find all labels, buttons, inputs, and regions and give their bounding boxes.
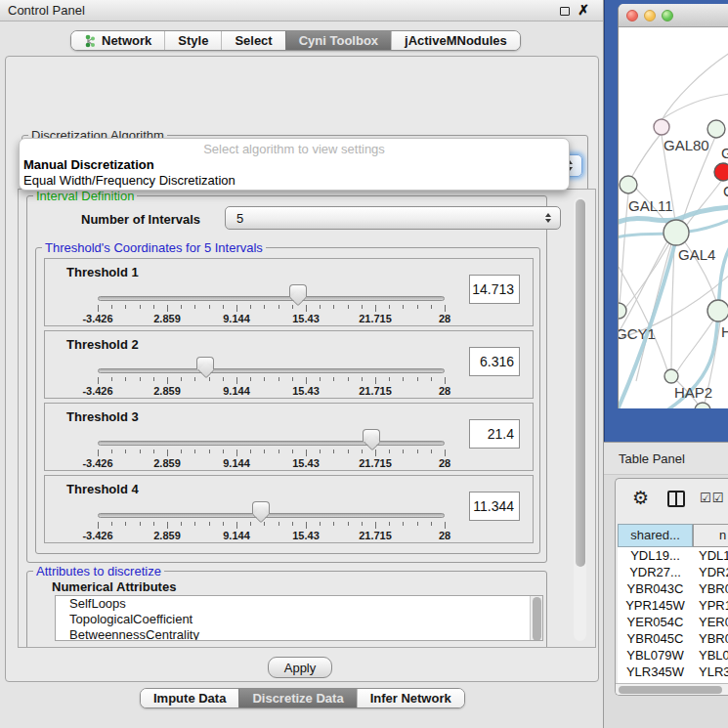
list-item[interactable]: SelfLoops (56, 596, 542, 612)
cell-shared-name[interactable]: YBR045C (618, 630, 693, 647)
tab-cyni-toolbox[interactable]: Cyni Toolbox (285, 31, 391, 50)
network-node[interactable] (654, 119, 669, 135)
tab-network[interactable]: Network (71, 31, 164, 50)
slider-thumb[interactable] (252, 501, 270, 514)
slider-tick-label: 2.859 (138, 530, 196, 541)
network-node[interactable] (620, 176, 637, 193)
cell-shared-name[interactable]: YPR145W (618, 597, 693, 614)
table-row[interactable]: YBL079WYBL0 (618, 647, 728, 664)
float-window-icon[interactable] (560, 7, 570, 16)
vertical-scrollbar[interactable] (574, 197, 586, 641)
select-all-checkboxes-icon[interactable]: ☑☑ (700, 491, 724, 505)
scrollbar-thumb[interactable] (576, 199, 585, 567)
zoom-light[interactable] (662, 10, 673, 21)
network-node-selected[interactable] (714, 163, 728, 181)
slider-tick (403, 522, 404, 526)
cell-shared-name[interactable]: YDL19... (618, 547, 693, 564)
cell-name[interactable]: YBR0 (693, 580, 728, 597)
cell-name[interactable]: YDL1 (693, 547, 728, 564)
close-light[interactable] (626, 10, 638, 21)
apply-button[interactable]: Apply (268, 657, 332, 678)
network-node[interactable] (619, 303, 626, 319)
numerical-attributes-list[interactable]: SelfLoopsTopologicalCoefficientBetweenne… (55, 595, 543, 641)
tab-style[interactable]: Style (164, 31, 221, 50)
menu-item-manual-discretization[interactable]: Manual Discretization (22, 157, 561, 173)
cell-shared-name[interactable]: YBR043C (618, 580, 693, 597)
num-intervals-label: Number of Intervals (81, 212, 200, 227)
threshold-value-field[interactable]: 11.344 (469, 492, 520, 521)
close-icon[interactable]: ✗ (578, 2, 589, 18)
cell-name[interactable]: YLR3 (693, 664, 728, 680)
slider-tick (375, 377, 376, 384)
cell-shared-name[interactable]: YBL079W (618, 647, 693, 664)
slider-tick-label: 2.859 (138, 385, 196, 397)
threshold-value-field[interactable]: 21.4 (469, 419, 520, 449)
slider-thumb[interactable] (363, 429, 380, 442)
cell-name[interactable]: YPR1 (693, 597, 728, 614)
slider-track[interactable] (98, 441, 445, 446)
menu-item-equal-width-frequency[interactable]: Equal Width/Frequency Discretization (22, 173, 561, 189)
scrollbar-thumb[interactable] (619, 686, 722, 694)
tab-select[interactable]: Select (221, 31, 284, 50)
network-canvas[interactable]: GAL80GGAL11CGAL4GCY1HHAP2 (619, 27, 728, 408)
columns-icon[interactable] (667, 491, 685, 507)
slider-tick (445, 305, 446, 312)
minimize-light[interactable] (644, 10, 656, 21)
table-row[interactable]: YBR043CYBR0 (618, 580, 728, 597)
slider-tick (236, 377, 237, 384)
tab-label: Select (235, 33, 272, 48)
num-intervals-combo[interactable]: 5 (225, 206, 561, 230)
slider-tick (320, 522, 321, 526)
column-header-shared-name[interactable]: shared... (618, 524, 693, 547)
threshold-value-field[interactable]: 6.316 (469, 347, 520, 376)
slider-tick (306, 377, 307, 384)
cell-name[interactable]: YBR0 (693, 630, 728, 647)
cell-shared-name[interactable]: YDR27... (618, 564, 693, 580)
slider-tick (140, 450, 141, 453)
list-item[interactable]: BetweennessCentrality (56, 627, 542, 641)
table-row[interactable]: YER054CYER0 (618, 614, 728, 630)
list-item[interactable]: TopologicalCoefficient (56, 612, 542, 627)
slider-tick-label: 21.715 (346, 313, 405, 324)
network-view-frame[interactable]: GAL80GGAL11CGAL4GCY1HHAP2 (604, 0, 728, 442)
network-node[interactable] (707, 300, 728, 321)
table-row[interactable]: YLR345WYLR3 (618, 664, 728, 680)
horizontal-scrollbar[interactable] (616, 683, 728, 696)
combo-arrows-icon (545, 213, 551, 224)
slider-tick (264, 377, 265, 381)
slider-tick (306, 450, 307, 456)
gear-icon[interactable]: ⚙ (632, 487, 649, 509)
tab-jactivemnodules[interactable]: jActiveMNodules (391, 31, 520, 50)
slider-tick (306, 522, 307, 529)
cell-name[interactable]: YER0 (693, 614, 728, 630)
slider-track[interactable] (98, 368, 445, 373)
column-header-name[interactable]: n (693, 524, 728, 547)
slider-track[interactable] (98, 296, 445, 301)
tab-discretize-data[interactable]: Discretize Data (238, 689, 356, 707)
table-row[interactable]: YPR145WYPR1 (618, 597, 728, 614)
network-node[interactable] (707, 120, 725, 138)
network-window-titlebar[interactable] (619, 4, 728, 27)
tab-infer-network[interactable]: Infer Network (357, 689, 464, 707)
table-row[interactable]: YBR045CYBR0 (618, 630, 728, 647)
slider-tick (292, 522, 293, 526)
table-row[interactable]: YDR27...YDR2 (618, 564, 728, 580)
slider-thumb[interactable] (289, 284, 307, 297)
tab-impute-data[interactable]: Impute Data (141, 689, 238, 707)
cell-name[interactable]: YDR2 (693, 564, 728, 580)
slider-thumb[interactable] (196, 357, 214, 369)
cell-shared-name[interactable]: YLR345W (618, 664, 693, 680)
slider-track[interactable] (98, 513, 445, 518)
control-panel-window: Control Panel ✗ NetworkStyleSelectCyni T… (0, 0, 604, 728)
slider-tick (320, 305, 321, 309)
cell-name[interactable]: YBL0 (693, 647, 728, 664)
threshold-value-field[interactable]: 14.713 (469, 275, 520, 304)
list-scrollbar[interactable] (530, 596, 542, 640)
table-body[interactable]: YDL19...YDL1YDR27...YDR2YBR043CYBR0YPR14… (618, 547, 728, 683)
network-node[interactable] (664, 220, 689, 245)
table-row[interactable]: YDL19...YDL1 (618, 547, 728, 564)
slider-tick (111, 377, 112, 381)
slider-tick (153, 522, 154, 526)
cell-shared-name[interactable]: YER054C (618, 614, 693, 630)
network-node[interactable] (664, 369, 678, 383)
